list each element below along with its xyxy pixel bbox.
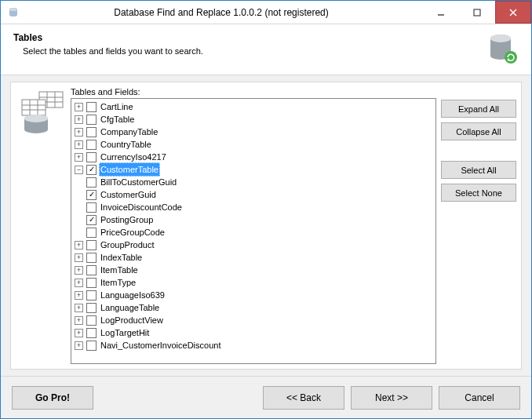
checkbox[interactable]: [86, 115, 97, 125]
back-button[interactable]: << Back: [263, 386, 344, 410]
tree-node[interactable]: +Navi_CustomerInvoiceDiscount: [75, 339, 434, 352]
tree-leaf-label[interactable]: CustomerGuid: [99, 188, 158, 201]
tables-tree[interactable]: +CartLine+CfgTable+CompanyTable+CountryT…: [71, 98, 436, 364]
tree-node[interactable]: +LanguageIso639: [75, 289, 434, 301]
tree-leaf[interactable]: BillToCustomerGuid: [75, 176, 434, 188]
checkbox[interactable]: [86, 240, 97, 250]
checkbox[interactable]: [86, 190, 97, 200]
svg-rect-3: [474, 9, 480, 16]
expand-icon[interactable]: +: [75, 329, 83, 337]
tree-node-label[interactable]: Navi_CustomerInvoiceDiscount: [99, 339, 222, 352]
wizard-header: Tables Select the tables and fields you …: [1, 24, 531, 75]
checkbox[interactable]: [86, 303, 97, 313]
go-pro-button[interactable]: Go Pro!: [12, 386, 93, 410]
tree-node[interactable]: +CountryTable: [75, 138, 434, 151]
database-tables-icon: [19, 90, 66, 137]
minimize-button[interactable]: [423, 1, 459, 24]
tree-node[interactable]: +CfgTable: [75, 113, 434, 126]
checkbox[interactable]: [86, 315, 97, 326]
svg-point-8: [505, 51, 517, 64]
expand-icon[interactable]: +: [75, 128, 83, 137]
expand-icon[interactable]: +: [75, 279, 83, 287]
tree-node[interactable]: +IndexTable: [75, 251, 434, 264]
tree-node[interactable]: +GroupProduct: [75, 239, 434, 251]
tree-node-label[interactable]: LogProductView: [99, 314, 165, 326]
tree-node[interactable]: +ItemTable: [75, 264, 434, 276]
tree-node-label[interactable]: ItemTable: [99, 264, 140, 276]
checkbox[interactable]: [86, 152, 97, 162]
tree-node-label[interactable]: IndexTable: [99, 251, 144, 264]
tree-node[interactable]: +CompanyTable: [75, 126, 434, 138]
tree-node[interactable]: +LanguageTable: [75, 301, 434, 314]
tree-leaf-label[interactable]: PriceGroupCode: [99, 226, 166, 239]
collapse-icon[interactable]: −: [75, 166, 83, 174]
expand-icon[interactable]: +: [75, 103, 83, 111]
select-none-button[interactable]: Select None: [441, 184, 516, 202]
collapse-all-button[interactable]: Collapse All: [441, 122, 516, 140]
tree-leaf[interactable]: PriceGroupCode: [75, 226, 434, 239]
expand-icon[interactable]: +: [75, 304, 83, 312]
expand-icon[interactable]: +: [75, 316, 83, 325]
checkbox[interactable]: [86, 290, 97, 301]
checkbox[interactable]: [86, 265, 97, 275]
tree-node[interactable]: −CustomerTable: [75, 163, 434, 176]
checkbox[interactable]: [86, 177, 97, 188]
expand-icon[interactable]: +: [75, 253, 83, 262]
checkbox[interactable]: [86, 228, 97, 238]
tree-node-label[interactable]: LanguageIso639: [99, 289, 166, 301]
app-window: Database Find and Replace 1.0.0.2 (not r…: [0, 0, 532, 419]
tree-node-label[interactable]: CustomerTable: [99, 162, 160, 177]
close-button[interactable]: [495, 1, 531, 24]
database-refresh-icon: [486, 32, 519, 65]
expand-icon[interactable]: +: [75, 140, 83, 149]
expand-icon[interactable]: +: [75, 266, 83, 275]
window-controls: [423, 1, 531, 24]
tree-leaf[interactable]: CustomerGuid: [75, 188, 434, 201]
tree-leaf-label[interactable]: PostingGroup: [99, 213, 155, 226]
wizard-footer: Go Pro! << Back Next >> Cancel: [1, 376, 531, 418]
tree-node-label[interactable]: CountryTable: [99, 138, 153, 151]
checkbox[interactable]: [86, 215, 97, 225]
next-button[interactable]: Next >>: [351, 386, 432, 410]
page-subtitle: Select the tables and fields you want to…: [23, 46, 203, 56]
maximize-button[interactable]: [459, 1, 495, 24]
tree-node-label[interactable]: GroupProduct: [99, 239, 155, 251]
tree-node[interactable]: +LogProductView: [75, 314, 434, 326]
tree-node[interactable]: +CurrencyIso4217: [75, 151, 434, 163]
tree-leaf[interactable]: InvoiceDiscountCode: [75, 201, 434, 213]
tree-node-label[interactable]: CfgTable: [99, 113, 136, 126]
cancel-button[interactable]: Cancel: [439, 386, 520, 410]
window-title: Database Find and Replace 1.0.0.2 (not r…: [20, 7, 423, 18]
expand-icon[interactable]: +: [75, 241, 83, 250]
svg-point-21: [24, 115, 48, 122]
checkbox[interactable]: [86, 140, 97, 150]
tree-leaf-label[interactable]: BillToCustomerGuid: [99, 176, 178, 188]
checkbox[interactable]: [86, 341, 97, 351]
checkbox[interactable]: [86, 253, 97, 263]
expand-icon[interactable]: +: [75, 341, 83, 350]
titlebar[interactable]: Database Find and Replace 1.0.0.2 (not r…: [1, 1, 531, 24]
checkbox[interactable]: [86, 165, 97, 175]
tree-leaf-label[interactable]: InvoiceDiscountCode: [99, 201, 184, 213]
tree-node-label[interactable]: LanguageTable: [99, 301, 161, 314]
checkbox[interactable]: [86, 127, 97, 137]
tree-leaf[interactable]: PostingGroup: [75, 213, 434, 226]
tree-node-label[interactable]: ItemType: [99, 276, 137, 289]
expand-icon[interactable]: +: [75, 153, 83, 162]
content-area: Tables and Fields: +CartLine+CfgTable+Co…: [1, 75, 531, 376]
checkbox[interactable]: [86, 278, 97, 288]
checkbox[interactable]: [86, 202, 97, 213]
expand-icon[interactable]: +: [75, 291, 83, 300]
select-all-button[interactable]: Select All: [441, 161, 516, 179]
tree-node-label[interactable]: LogTargetHit: [99, 326, 151, 339]
checkbox[interactable]: [86, 102, 97, 112]
tree-node-label[interactable]: CartLine: [99, 100, 135, 113]
tree-node[interactable]: +LogTargetHit: [75, 326, 434, 339]
tree-node-label[interactable]: CompanyTable: [99, 126, 159, 138]
tree-node[interactable]: +CartLine: [75, 100, 434, 113]
checkbox[interactable]: [86, 328, 97, 338]
expand-icon[interactable]: +: [75, 115, 83, 124]
tree-node[interactable]: +ItemType: [75, 276, 434, 289]
expand-all-button[interactable]: Expand All: [441, 100, 516, 118]
tree-node-label[interactable]: CurrencyIso4217: [99, 151, 168, 163]
